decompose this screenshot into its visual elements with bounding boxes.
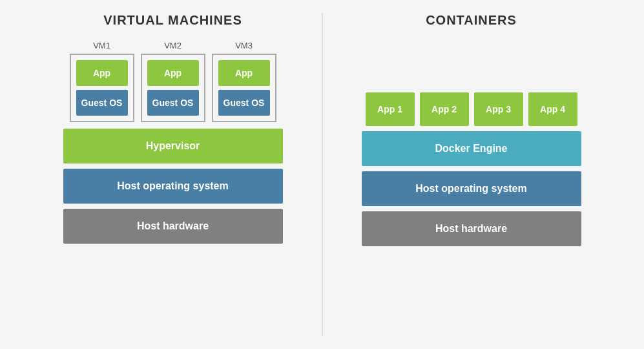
vm3-label: VM3 bbox=[235, 41, 253, 50]
vm2-box: VM2 App Guest OS bbox=[141, 41, 205, 122]
apps-row: App 1 App 2 App 3 App 4 bbox=[362, 92, 581, 126]
vm2-app: App bbox=[147, 60, 199, 86]
vm-host-os-layer: Host operating system bbox=[63, 169, 283, 204]
vm2-label: VM2 bbox=[164, 41, 182, 50]
vm1-box: VM1 App Guest OS bbox=[70, 41, 134, 122]
vm3-app: App bbox=[218, 60, 270, 86]
app1: App 1 bbox=[366, 92, 415, 126]
vm-panel: VIRTUAL MACHINES VM1 App Guest OS VM2 Ap… bbox=[25, 0, 322, 268]
vm2-inner: App Guest OS bbox=[141, 54, 205, 122]
diagram-container: VIRTUAL MACHINES VM1 App Guest OS VM2 Ap… bbox=[0, 0, 644, 349]
vm1-inner: App Guest OS bbox=[70, 54, 134, 122]
vm-title: VIRTUAL MACHINES bbox=[103, 13, 242, 28]
vm3-box: VM3 App Guest OS bbox=[212, 41, 276, 122]
vm1-guest-os: Guest OS bbox=[76, 90, 128, 116]
containers-host-os-layer: Host operating system bbox=[362, 171, 581, 206]
docker-engine-layer: Docker Engine bbox=[362, 131, 581, 166]
containers-panel: CONTAINERS App 1 App 2 App 3 App 4 Docke… bbox=[323, 0, 620, 271]
app4: App 4 bbox=[528, 92, 577, 126]
vm3-guest-os: Guest OS bbox=[218, 90, 270, 116]
app3: App 3 bbox=[474, 92, 523, 126]
vm2-guest-os: Guest OS bbox=[147, 90, 199, 116]
containers-title: CONTAINERS bbox=[426, 13, 517, 28]
app2: App 2 bbox=[420, 92, 469, 126]
containers-host-hw-layer: Host hardware bbox=[362, 211, 581, 246]
vm1-app: App bbox=[76, 60, 128, 86]
vm-host-hw-layer: Host hardware bbox=[63, 209, 283, 244]
vm3-inner: App Guest OS bbox=[212, 54, 276, 122]
vm1-label: VM1 bbox=[93, 41, 110, 50]
vm-boxes-row: VM1 App Guest OS VM2 App Guest OS VM3 Ap… bbox=[70, 41, 276, 122]
hypervisor-layer: Hypervisor bbox=[63, 129, 283, 164]
